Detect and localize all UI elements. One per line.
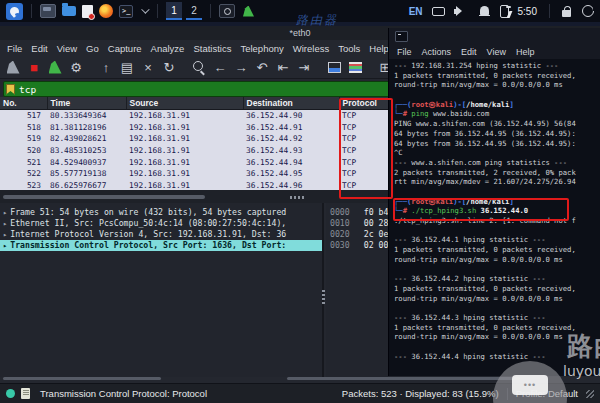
term-menu-actions[interactable]: Actions: [422, 47, 452, 57]
workspace-1[interactable]: 1: [166, 2, 182, 20]
stop-capture-icon[interactable]: ■: [26, 59, 42, 75]
ws-menu-go[interactable]: Go: [86, 43, 99, 54]
terminal-line: 1 packets transmitted, 0 packets receive…: [394, 284, 600, 294]
term-menu-file[interactable]: File: [397, 47, 412, 57]
expand-arrow-icon[interactable]: ▸: [3, 231, 7, 239]
detail-row[interactable]: ▸Internet Protocol Version 4, Src: 192.1…: [0, 229, 322, 240]
expert-info-icon[interactable]: [6, 389, 15, 398]
go-first-icon[interactable]: ⇤: [275, 59, 291, 75]
colorize-icon[interactable]: [347, 59, 363, 75]
column-header-time[interactable]: Time: [47, 97, 126, 110]
ws-menu-tools[interactable]: Tools: [338, 43, 360, 54]
ws-menu-capture[interactable]: Capture: [108, 43, 142, 54]
packet-cell: 192.168.31.91: [126, 122, 243, 134]
packet-cell: 36.152.44.94: [243, 156, 339, 168]
start-capture-icon[interactable]: [5, 59, 21, 75]
column-header-no[interactable]: No.: [0, 97, 47, 110]
terminal-app-icon: [395, 31, 408, 42]
ws-menu-wireless[interactable]: Wireless: [293, 43, 329, 54]
expand-arrow-icon[interactable]: ▸: [3, 242, 7, 250]
language-indicator[interactable]: EN: [409, 6, 423, 17]
firefox-icon[interactable]: [99, 4, 113, 18]
terminal-line: 1 packets transmitted, 0 packets receive…: [394, 245, 600, 255]
detail-text: Internet Protocol Version 4, Src: 192.16…: [10, 229, 286, 239]
go-back-icon[interactable]: ←: [212, 59, 228, 75]
terminal-line: 2 packets transmitted, 2 received, 0% pa…: [394, 168, 600, 178]
terminal-line: --- www.a.shifen.com ping statistics ---: [394, 158, 600, 168]
detail-row[interactable]: ▸Ethernet II, Src: PcsCompu_50:4c:14 (08…: [0, 218, 322, 229]
terminal-output[interactable]: --- 192.168.31.254 hping statistic ---1 …: [394, 61, 600, 376]
kali-menu-icon[interactable]: [6, 3, 23, 20]
battery-icon[interactable]: [500, 5, 509, 18]
details-hscrollbar[interactable]: [3, 377, 161, 380]
terminal-text-segment: root㉿kali: [411, 100, 453, 109]
clock[interactable]: 5:50: [518, 6, 537, 17]
pane-splitter-handle[interactable]: [290, 196, 304, 199]
term-menu-view[interactable]: View: [487, 47, 506, 57]
hex-offset: 0030: [330, 240, 350, 250]
bytes-pane-splitter-handle[interactable]: [322, 290, 325, 304]
packet-cell: 192.168.31.91: [126, 133, 243, 145]
display-icon[interactable]: [432, 7, 445, 16]
packet-cell: 83.485310253: [47, 145, 126, 157]
wireshark-title: *eth0: [289, 28, 310, 38]
term-menu-help[interactable]: Help: [516, 47, 535, 57]
ws-menu-statistics[interactable]: Statistics: [193, 43, 231, 54]
term-menu-edit[interactable]: Edit: [461, 47, 477, 57]
go-last-icon[interactable]: ⇥: [296, 59, 312, 75]
capture-options-icon[interactable]: ⚙: [68, 59, 84, 75]
go-up-icon[interactable]: ↶: [254, 59, 270, 75]
chevron-down-icon[interactable]: [139, 3, 149, 20]
volume-icon[interactable]: [452, 3, 469, 20]
column-header-destination[interactable]: Destination: [243, 97, 339, 110]
ws-menu-edit[interactable]: Edit: [31, 43, 47, 54]
expand-arrow-icon[interactable]: ▸: [3, 209, 7, 217]
expand-arrow-icon[interactable]: ▸: [3, 220, 7, 228]
find-packet-icon[interactable]: [191, 59, 207, 75]
ws-menu-help[interactable]: Help: [369, 43, 389, 54]
terminal-line: [394, 303, 600, 313]
power-icon[interactable]: [582, 5, 594, 17]
restart-capture-icon[interactable]: [47, 59, 63, 75]
wireshark-icon[interactable]: [242, 5, 255, 18]
terminal-line: [394, 226, 600, 236]
go-forward-icon[interactable]: →: [233, 59, 249, 75]
workspace-2[interactable]: 2: [186, 2, 202, 20]
reload-file-icon[interactable]: ↻: [161, 59, 177, 75]
capture-file-icon[interactable]: [21, 388, 30, 399]
terminal-titlebar[interactable]: [389, 28, 600, 44]
notifications-icon[interactable]: [476, 3, 493, 20]
resize-grip[interactable]: [586, 390, 594, 398]
column-header-source[interactable]: Source: [126, 97, 243, 110]
lock-icon[interactable]: [558, 3, 575, 20]
folder-icon[interactable]: [62, 6, 76, 16]
terminal-text-segment: 1 packets transmitted, 0 packets receive…: [394, 245, 576, 254]
profile-text[interactable]: Profile: Default: [516, 388, 578, 399]
screenshot-icon[interactable]: [219, 4, 235, 18]
terminal-text-segment: rtt min/avg/max/mdev = 21.607/24.275/26.…: [394, 177, 576, 186]
packet-cell: 36.152.44.92: [243, 133, 339, 145]
terminal-text-segment: └─: [394, 109, 403, 118]
packet-cell: 192.168.31.91: [126, 110, 243, 122]
terminal-line: --- 36.152.44.4 hping statistic ---: [394, 352, 600, 362]
auto-scroll-icon[interactable]: [326, 59, 342, 75]
detail-row[interactable]: ▸Frame 51: 54 bytes on wire (432 bits), …: [0, 207, 322, 218]
terminal-line: [394, 264, 600, 274]
file-manager-icon[interactable]: [40, 4, 56, 18]
ws-menu-view[interactable]: View: [57, 43, 77, 54]
ws-menu-file[interactable]: File: [7, 43, 22, 54]
document-icon[interactable]: [82, 5, 93, 18]
terminal-icon[interactable]: >_: [119, 5, 133, 18]
ws-menu-telephony[interactable]: Telephony: [240, 43, 283, 54]
open-file-icon[interactable]: ↑: [98, 59, 114, 75]
close-file-icon[interactable]: ×: [140, 59, 156, 75]
terminal-line: ./tcp_hping3.sh: line 2: [1: command not…: [394, 216, 600, 226]
bytes-hscrollbar[interactable]: [287, 377, 520, 380]
detail-row[interactable]: ▸Transmission Control Protocol, Src Port…: [0, 240, 322, 251]
save-file-icon[interactable]: ▤: [119, 59, 135, 75]
terminal-line: └─# ./tcp_hping3.sh 36.152.44.0: [394, 206, 600, 216]
ws-menu-analyze[interactable]: Analyze: [151, 43, 185, 54]
bookmark-icon[interactable]: [6, 84, 15, 95]
packet-list-hscrollbar[interactable]: [3, 195, 205, 199]
terminal-line: [394, 187, 600, 197]
